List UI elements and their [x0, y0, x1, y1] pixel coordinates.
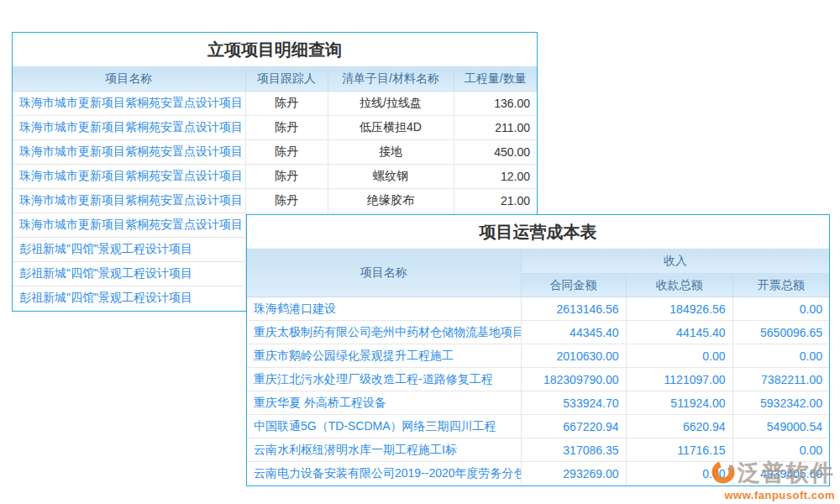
table-row: 重庆市鹅岭公园绿化景观提升工程施工 2010630.00 0.00 0.00: [247, 344, 829, 368]
material-cell: 接地: [328, 140, 454, 165]
received-total-cell: 11716.15: [626, 438, 732, 462]
table-row: 珠海鹤港口建设 2613146.56 184926.56 0.00: [247, 297, 829, 321]
col-header-invoiced-total: 开票总额: [732, 274, 829, 297]
col-header-material: 清单子目/材料名称: [328, 67, 454, 92]
contract-amount-cell: 317086.35: [521, 438, 626, 462]
invoiced-total-cell: 5650096.65: [732, 321, 829, 344]
invoiced-total-cell: 0.00: [732, 344, 829, 368]
contract-amount-cell: 293269.00: [521, 462, 626, 486]
received-total-cell: 1121097.00: [626, 368, 732, 391]
qty-cell: 211.00: [454, 116, 537, 140]
qty-cell: 450.00: [454, 140, 537, 165]
table-row: 珠海市城市更新项目紫桐苑安置点设计项目 陈丹 低压横担4D 211.00: [13, 116, 537, 140]
col-header-project-name: 项目名称: [13, 67, 245, 92]
invoiced-total-cell: 0.00: [732, 438, 829, 462]
tracker-cell: 陈丹: [245, 116, 328, 140]
project-name-link[interactable]: 珠海市城市更新项目紫桐苑安置点设计项目: [13, 213, 245, 238]
invoiced-total-cell: 0.00: [732, 297, 829, 321]
received-total-cell: 44145.40: [626, 321, 732, 344]
query-table-title: 立项项目明细查询: [13, 33, 537, 66]
project-name-link[interactable]: 重庆华夏 外高桥工程设备: [247, 391, 521, 415]
table-row: 珠海市城市更新项目紫桐苑安置点设计项目 陈丹 拉线/拉线盘 136.00: [13, 92, 537, 116]
project-name-link[interactable]: 珠海鹤港口建设: [247, 297, 521, 321]
table-row: 云南水利枢纽潜明水库一期工程施工I标 317086.35 11716.15 0.…: [247, 438, 829, 462]
table-row: 重庆江北污水处理厂级改造工程-道路修复工程 182309790.00 11210…: [247, 368, 829, 391]
tracker-cell: 陈丹: [245, 92, 328, 116]
cost-table-title: 项目运营成本表: [247, 215, 829, 249]
watermark-brand-text: 泛普软件: [738, 462, 835, 485]
material-cell: 螺纹钢: [328, 165, 454, 189]
invoiced-total-cell: 5932342.00: [732, 391, 829, 415]
project-name-link[interactable]: 云南电力设备安装有限公司2019--2020年度劳务分包合格: [247, 462, 521, 486]
col-header-qty: 工程量/数量: [454, 67, 537, 92]
table-row: 重庆华夏 外高桥工程设备 533924.70 511924.00 5932342…: [247, 391, 829, 415]
qty-cell: 21.00: [454, 189, 537, 213]
table-row: 重庆太极制药有限公司亳州中药材仓储物流基地项目成品 44345.40 44145…: [247, 321, 829, 344]
project-name-link[interactable]: 珠海市城市更新项目紫桐苑安置点设计项目: [13, 140, 245, 165]
project-name-link[interactable]: 珠海市城市更新项目紫桐苑安置点设计项目: [13, 92, 245, 116]
project-name-link[interactable]: 彭祖新城"四馆"景观工程设计项目: [13, 262, 245, 286]
project-name-link[interactable]: 重庆江北污水处理厂级改造工程-道路修复工程: [247, 368, 521, 391]
project-name-link[interactable]: 珠海市城市更新项目紫桐苑安置点设计项目: [13, 165, 245, 189]
material-cell: 拉线/拉线盘: [328, 92, 454, 116]
tracker-cell: 陈丹: [245, 140, 328, 165]
table-row: 中国联通5G（TD-SCDMA）网络三期四川工程 667220.94 6620.…: [247, 415, 829, 438]
qty-cell: 136.00: [454, 92, 537, 116]
received-total-cell: 0.00: [626, 344, 732, 368]
operation-cost-panel: 项目运营成本表 项目名称 收入 合同金额 收款总额 开票总额 珠海鹤港口建设 2…: [246, 214, 830, 486]
qty-cell: 12.00: [454, 165, 537, 189]
project-name-link[interactable]: 中国联通5G（TD-SCDMA）网络三期四川工程: [247, 415, 521, 438]
project-name-link[interactable]: 云南水利枢纽潜明水库一期工程施工I标: [247, 438, 521, 462]
col-header-tracker: 项目跟踪人: [245, 67, 328, 92]
query-header-row: 项目名称 项目跟踪人 清单子目/材料名称 工程量/数量: [13, 67, 537, 92]
contract-amount-cell: 2613146.56: [521, 297, 626, 321]
contract-amount-cell: 533924.70: [521, 391, 626, 415]
col-header-contract-amount: 合同金额: [521, 274, 626, 297]
tracker-cell: 陈丹: [245, 165, 328, 189]
received-total-cell: 6620.94: [626, 415, 732, 438]
contract-amount-cell: 2010630.00: [521, 344, 626, 368]
table-row: 珠海市城市更新项目紫桐苑安置点设计项目 陈丹 螺纹钢 12.00: [13, 165, 537, 189]
project-name-link[interactable]: 彭祖新城"四馆"景观工程设计项目: [13, 238, 245, 262]
col-header-received-total: 收款总额: [626, 274, 732, 297]
material-cell: 绝缘胶布: [328, 189, 454, 213]
received-total-cell: 511924.00: [626, 391, 732, 415]
cost-header-group-row: 项目名称 收入: [247, 249, 829, 274]
received-total-cell: 184926.56: [626, 297, 732, 321]
project-name-link[interactable]: 重庆市鹅岭公园绿化景观提升工程施工: [247, 344, 521, 368]
project-name-link[interactable]: 重庆太极制药有限公司亳州中药材仓储物流基地项目成品: [247, 321, 521, 344]
col-header-project-name: 项目名称: [247, 249, 521, 297]
table-row: 珠海市城市更新项目紫桐苑安置点设计项目 陈丹 接地 450.00: [13, 140, 537, 165]
project-name-link[interactable]: 珠海市城市更新项目紫桐苑安置点设计项目: [13, 189, 245, 213]
col-header-income-group: 收入: [521, 249, 829, 274]
tracker-cell: 陈丹: [245, 189, 328, 213]
project-name-link[interactable]: 彭祖新城"四馆"景观工程设计项目: [13, 286, 245, 311]
contract-amount-cell: 667220.94: [521, 415, 626, 438]
table-row: 珠海市城市更新项目紫桐苑安置点设计项目 陈丹 绝缘胶布 21.00: [13, 189, 537, 213]
contract-amount-cell: 182309790.00: [521, 368, 626, 391]
invoiced-total-cell: 549000.54: [732, 415, 829, 438]
watermark-url-text: www.fanpusoft.com: [711, 490, 835, 501]
project-name-link[interactable]: 珠海市城市更新项目紫桐苑安置点设计项目: [13, 116, 245, 140]
fanpu-logo-icon: [711, 459, 736, 487]
invoiced-total-cell: 7382211.00: [732, 368, 829, 391]
cost-table: 项目名称 收入 合同金额 收款总额 开票总额 珠海鹤港口建设 2613146.5…: [247, 249, 829, 486]
contract-amount-cell: 44345.40: [521, 321, 626, 344]
material-cell: 低压横担4D: [328, 116, 454, 140]
watermark: 泛普软件 www.fanpusoft.com: [711, 459, 835, 501]
